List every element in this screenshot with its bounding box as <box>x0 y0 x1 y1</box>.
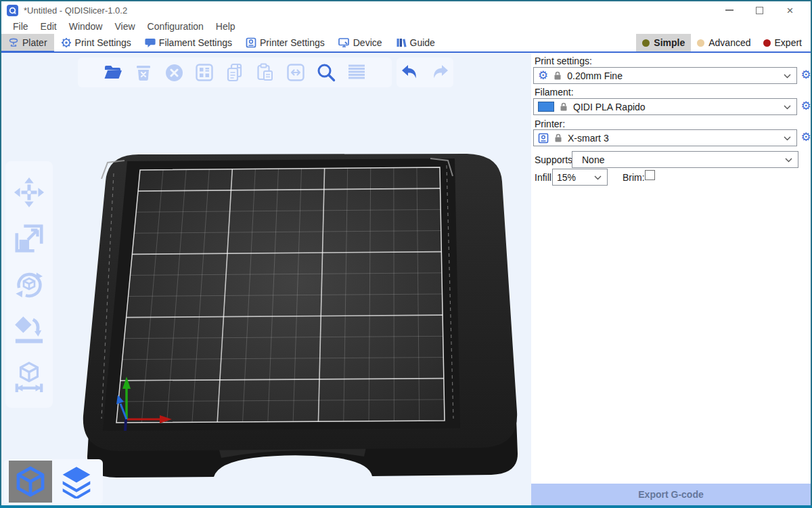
filament-value: QIDI PLA Rapido <box>573 102 646 112</box>
paste-clipboard-icon <box>256 63 274 82</box>
mode-expert[interactable]: Expert <box>757 34 808 51</box>
qidislicer-window: *Untitled - QIDISlicer-1.0.2 × File Edit… <box>0 0 812 508</box>
print-bed-grid <box>116 167 445 423</box>
printer-small-icon <box>538 133 549 144</box>
settings-panel: Print settings: ⚙ 0.20mm Fine ⚙ Filament… <box>531 53 811 505</box>
tab-label: Device <box>353 37 382 48</box>
place-on-face-icon <box>14 315 45 346</box>
minimize-button[interactable] <box>714 1 744 19</box>
chevron-down-icon <box>594 175 602 180</box>
print-settings-label: Print settings: <box>535 56 592 66</box>
filament-select[interactable]: QIDI PLA Rapido <box>533 98 797 115</box>
split-button[interactable] <box>285 62 307 83</box>
copy-icon <box>226 63 244 82</box>
tab-printer-settings[interactable]: Printer Settings <box>239 34 332 51</box>
search-icon <box>317 63 336 82</box>
printer-label: Printer: <box>535 119 565 129</box>
preset-gear-icon: ⚙ <box>538 70 548 81</box>
print-settings-value: 0.20mm Fine <box>567 70 623 81</box>
mode-label: Simple <box>654 37 685 48</box>
delete-button[interactable] <box>133 62 154 83</box>
measure-icon <box>14 361 45 392</box>
filament-label: Filament: <box>535 87 574 98</box>
history-toolbar <box>397 58 453 87</box>
advanced-mode-dot-icon <box>697 39 704 47</box>
menu-item-configuration[interactable]: Configuration <box>141 21 210 32</box>
tab-label: Print Settings <box>75 37 131 48</box>
layers-stack-icon <box>60 465 93 499</box>
tab-filament-settings[interactable]: Filament Settings <box>138 34 239 51</box>
layers-button[interactable] <box>346 62 367 83</box>
3d-view-cube-icon <box>14 465 47 498</box>
search-button[interactable] <box>315 62 337 83</box>
view-switcher <box>4 459 103 504</box>
menu-item-edit[interactable]: Edit <box>35 21 63 32</box>
tab-label: Printer Settings <box>260 37 325 48</box>
infill-select[interactable]: 15% <box>552 169 608 186</box>
supports-value: None <box>582 154 604 165</box>
rotate-icon <box>13 268 45 301</box>
filament-bubble-icon <box>145 38 156 48</box>
tab-label: Guide <box>410 37 435 48</box>
export-gcode-button[interactable]: Export G-code <box>531 484 811 505</box>
printer-icon <box>246 37 256 48</box>
arrange-button[interactable] <box>194 62 215 83</box>
delete-all-button[interactable] <box>163 62 185 83</box>
mode-advanced[interactable]: Advanced <box>691 34 757 51</box>
scale-button[interactable] <box>12 219 47 257</box>
rotate-button[interactable] <box>12 266 47 303</box>
close-button[interactable]: × <box>775 1 805 19</box>
3d-viewport[interactable] <box>1 53 531 505</box>
printer-select[interactable]: X-smart 3 <box>533 129 797 146</box>
app-logo-icon <box>7 5 18 16</box>
3d-editor-view-button[interactable] <box>9 461 52 503</box>
tab-guide[interactable]: Guide <box>389 34 442 51</box>
menu-item-view[interactable]: View <box>108 21 141 32</box>
print-settings-gear-icon <box>61 37 72 48</box>
window-border-bottom <box>0 505 812 508</box>
tab-plater[interactable]: Plater <box>1 34 54 51</box>
simple-mode-dot-icon <box>642 39 650 47</box>
build-plate-3d <box>1 53 531 505</box>
undo-button[interactable] <box>399 62 421 83</box>
window-title: *Untitled - QIDISlicer-1.0.2 <box>24 5 127 16</box>
object-manipulation-toolbar <box>5 161 53 408</box>
maximize-icon <box>756 7 763 14</box>
filament-color-swatch <box>538 102 554 112</box>
redo-arrow-icon <box>430 64 449 81</box>
menu-item-window[interactable]: Window <box>63 21 109 32</box>
move-button[interactable] <box>12 173 47 211</box>
measure-button[interactable] <box>12 358 47 396</box>
tab-label: Plater <box>22 37 47 48</box>
minimize-icon <box>725 9 734 11</box>
scale-icon <box>14 223 45 254</box>
paste-button[interactable] <box>254 62 276 83</box>
copy-button[interactable] <box>224 62 246 83</box>
title-bar: *Untitled - QIDISlicer-1.0.2 × <box>1 1 811 19</box>
brim-checkbox[interactable] <box>645 170 655 180</box>
move-icon <box>14 177 45 208</box>
open-folder-icon <box>104 64 122 81</box>
chevron-down-icon <box>784 74 791 79</box>
open-button[interactable] <box>102 62 124 83</box>
arrange-icon <box>196 64 213 81</box>
plater-icon <box>8 37 19 48</box>
brim-label: Brim: <box>623 172 645 183</box>
print-settings-select[interactable]: ⚙ 0.20mm Fine <box>533 67 797 84</box>
infill-value: 15% <box>557 172 576 183</box>
lock-icon <box>554 133 562 142</box>
printer-value: X-smart 3 <box>568 133 609 144</box>
menu-item-help[interactable]: Help <box>210 21 242 32</box>
place-on-face-button[interactable] <box>12 312 47 350</box>
redo-button[interactable] <box>429 62 451 83</box>
mode-label: Advanced <box>708 37 750 48</box>
supports-select[interactable]: None <box>572 151 798 168</box>
maximize-button[interactable] <box>744 1 775 19</box>
menu-item-file[interactable]: File <box>7 21 35 32</box>
preview-view-button[interactable] <box>55 461 98 503</box>
tab-print-settings[interactable]: Print Settings <box>54 34 138 51</box>
lock-icon <box>560 102 568 111</box>
tab-device[interactable]: Device <box>332 34 389 51</box>
mode-simple[interactable]: Simple <box>636 34 691 51</box>
mode-label: Expert <box>775 37 802 48</box>
